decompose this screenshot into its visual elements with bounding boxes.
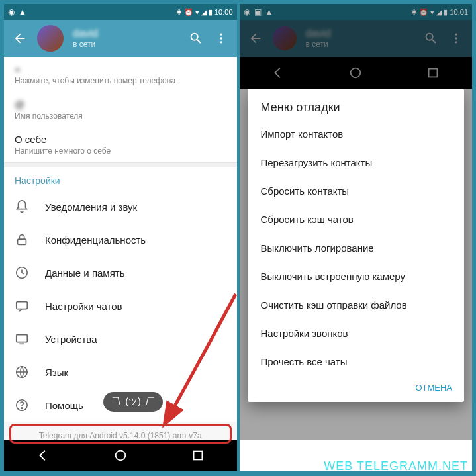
content-area: + Нажмите, чтобы изменить номер телефона… xyxy=(4,57,237,440)
data-icon xyxy=(15,265,29,280)
avatar[interactable] xyxy=(37,25,64,52)
status-time: 10:00 xyxy=(214,8,233,16)
help-icon xyxy=(15,398,29,412)
dialog-item-reload[interactable]: Перезагрузить контакты xyxy=(248,148,465,177)
dialog-cancel-button[interactable]: ОТМЕНА xyxy=(248,376,465,399)
tooltip: ¯\_(ツ)_/¯ xyxy=(103,392,163,412)
svg-rect-11 xyxy=(193,452,202,460)
svg-point-9 xyxy=(21,408,22,408)
nav-bar xyxy=(4,440,237,471)
svg-point-2 xyxy=(220,41,222,43)
dialog-item-reset-contacts[interactable]: Сбросить контакты xyxy=(248,177,465,205)
left-phone: ◉ ▲ ✱ ⏰ ▾ ◢ ▮ 10:00 david в сети xyxy=(4,4,237,471)
divider xyxy=(4,162,237,167)
nav-recent[interactable] xyxy=(191,448,205,463)
bluetooth-icon: ✱ xyxy=(176,8,182,17)
devices-icon xyxy=(15,332,29,346)
watermark: WEB TELEGRAMM.NET xyxy=(324,459,468,473)
phone-row[interactable]: + Нажмите, чтобы изменить номер телефона xyxy=(4,57,237,92)
settings-devices[interactable]: Устройства xyxy=(4,322,237,356)
dialog-item-disable-logging[interactable]: Выключить логирование xyxy=(248,234,465,262)
settings-header: Настройки xyxy=(4,167,237,190)
settings-notifications[interactable]: Уведомления и звук xyxy=(4,190,237,223)
battery-icon: ▮ xyxy=(444,8,448,17)
dialog-title: Меню отладки xyxy=(248,89,465,120)
notification-icon: ◉ xyxy=(244,7,250,17)
menu-icon[interactable] xyxy=(213,30,229,46)
status-time: 10:01 xyxy=(450,8,468,16)
highlight-box xyxy=(9,424,232,444)
right-phone: ◉ ▣ ▲ ✱ ⏰ ▾ ◢ ▮ 10:01 david в сети xyxy=(240,4,473,471)
app-bar: david в сети xyxy=(4,20,237,57)
settings-chats[interactable]: Настройки чатов xyxy=(4,289,237,322)
dialog-item-import[interactable]: Импорт контактов xyxy=(248,120,465,148)
alarm-icon: ⏰ xyxy=(419,8,428,17)
globe-icon xyxy=(15,365,29,379)
nav-home[interactable] xyxy=(113,448,128,463)
svg-rect-3 xyxy=(18,239,26,244)
chat-icon xyxy=(15,299,29,313)
alarm-icon: ⏰ xyxy=(184,8,193,17)
svg-rect-6 xyxy=(17,335,28,342)
wifi-icon: ▾ xyxy=(195,8,199,17)
search-icon[interactable] xyxy=(188,30,204,46)
notification-icon: ◉ xyxy=(8,7,15,17)
svg-point-0 xyxy=(220,34,222,36)
svg-point-10 xyxy=(115,451,125,461)
wifi-icon: ▾ xyxy=(430,8,434,17)
debug-dialog: Меню отладки Импорт контактов Перезагруз… xyxy=(248,89,465,402)
dialog-item-call-settings[interactable]: Настройки звонков xyxy=(248,319,465,348)
status-bar: ◉ ▣ ▲ ✱ ⏰ ▾ ◢ ▮ 10:01 xyxy=(240,4,473,20)
dialog-item-disable-camera[interactable]: Выключить встроенную камеру xyxy=(248,262,465,291)
signal-icon: ◢ xyxy=(436,8,442,17)
battery-icon: ▮ xyxy=(209,8,213,17)
profile-name: david xyxy=(73,28,179,40)
settings-privacy[interactable]: Конфиденциальность xyxy=(4,223,237,256)
status-bar: ◉ ▲ ✱ ⏰ ▾ ◢ ▮ 10:00 xyxy=(4,4,237,20)
nav-back[interactable] xyxy=(36,448,50,463)
warning-icon: ▲ xyxy=(265,7,273,17)
settings-data[interactable]: Данные и память xyxy=(4,256,237,289)
dialog-item-read-all[interactable]: Прочесть все чаты xyxy=(248,348,465,376)
bio-row[interactable]: О себе Напишите немного о себе xyxy=(4,127,237,162)
svg-point-1 xyxy=(220,37,222,39)
bluetooth-icon: ✱ xyxy=(411,8,417,17)
settings-language[interactable]: Язык xyxy=(4,356,237,389)
dialog-item-clear-upload[interactable]: Очистить кэш отправки файлов xyxy=(248,291,465,319)
username-row[interactable]: @ Имя пользователя xyxy=(4,92,237,127)
svg-rect-5 xyxy=(17,302,28,309)
lock-icon xyxy=(15,232,29,247)
image-icon: ▣ xyxy=(254,7,262,17)
profile-status: в сети xyxy=(73,40,179,49)
dialog-item-reset-cache[interactable]: Сбросить кэш чатов xyxy=(248,205,465,234)
warning-icon: ▲ xyxy=(19,7,26,17)
signal-icon: ◢ xyxy=(201,8,207,17)
bell-icon xyxy=(15,199,29,214)
back-button[interactable] xyxy=(12,30,28,46)
